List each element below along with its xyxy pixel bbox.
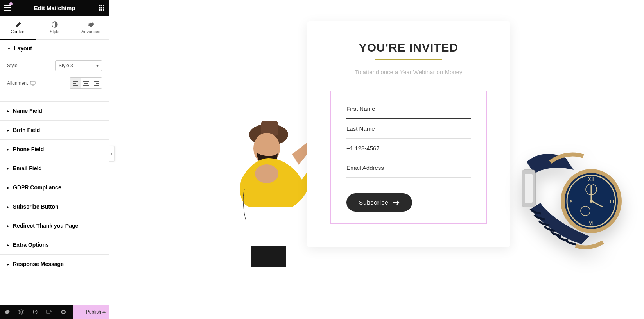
navigator-button[interactable] xyxy=(14,305,28,319)
svg-rect-2 xyxy=(103,5,104,6)
svg-rect-7 xyxy=(101,9,102,11)
align-right-button[interactable] xyxy=(91,78,102,88)
email-input[interactable] xyxy=(346,158,471,178)
svg-rect-11 xyxy=(46,310,50,313)
control-style-row: Style Style 3 ▾ xyxy=(0,57,109,74)
accordion-label: Response Message xyxy=(13,261,64,267)
svg-point-31 xyxy=(590,200,593,203)
tab-label: Advanced xyxy=(81,29,100,34)
tab-content[interactable]: Content xyxy=(0,16,36,39)
pencil-icon xyxy=(15,21,22,28)
svg-rect-1 xyxy=(101,5,102,6)
caret-right-icon: ▸ xyxy=(7,147,9,151)
accordion-label: Name Field xyxy=(13,108,42,114)
accordion-phone-field[interactable]: ▸Phone Field xyxy=(0,139,109,159)
accordion-label: GDPR Compliance xyxy=(13,184,61,191)
accordion-label: Phone Field xyxy=(13,146,44,152)
watch-illustration: XII III VI IX xyxy=(507,146,624,260)
caret-right-icon: ▸ xyxy=(7,166,9,171)
section-layout-header[interactable]: ▼ Layout xyxy=(0,40,109,57)
control-alignment-row: Alignment xyxy=(0,74,109,92)
svg-rect-19 xyxy=(525,174,533,203)
accordion-subscribe-button[interactable]: ▸Subscribe Button xyxy=(0,197,109,216)
grid-icon xyxy=(99,5,104,11)
form-title: YOU'RE INVITED xyxy=(330,41,487,54)
responsive-button[interactable] xyxy=(42,305,56,319)
settings-button[interactable] xyxy=(0,305,14,319)
editor-sidebar: Edit Mailchimp Content Style Advanced ▼ … xyxy=(0,0,109,319)
arrow-right-icon xyxy=(393,200,400,205)
preview-canvas[interactable]: YOU'RE INVITED To attend once a Year Web… xyxy=(109,0,644,319)
caret-right-icon: ▸ xyxy=(7,224,9,228)
caret-right-icon: ▸ xyxy=(7,205,9,209)
svg-text:IX: IX xyxy=(568,198,573,204)
svg-text:III: III xyxy=(610,198,614,204)
publish-label: Publish xyxy=(86,309,101,315)
caret-right-icon: ▸ xyxy=(7,185,9,190)
svg-text:XII: XII xyxy=(588,176,594,182)
accordion-redirect-page[interactable]: ▸Redirect Thank you Page xyxy=(0,216,109,235)
tab-advanced[interactable]: Advanced xyxy=(73,16,109,39)
panel-title: Edit Mailchimp xyxy=(16,5,93,11)
gear-icon xyxy=(4,309,10,315)
form-selection-outline[interactable]: Subscribe xyxy=(330,91,487,224)
publish-button[interactable]: Publish xyxy=(73,305,109,319)
svg-rect-0 xyxy=(99,5,100,6)
caret-right-icon: ▸ xyxy=(7,243,9,247)
accordion-label: Extra Options xyxy=(13,242,49,248)
svg-rect-8 xyxy=(103,9,104,11)
tab-label: Style xyxy=(50,29,59,34)
accordion-extra-options[interactable]: ▸Extra Options xyxy=(0,235,109,254)
layers-icon xyxy=(18,309,24,315)
caret-down-icon: ▼ xyxy=(7,46,11,51)
menu-button[interactable] xyxy=(0,0,16,16)
svg-rect-3 xyxy=(99,7,100,9)
svg-text:VI: VI xyxy=(589,220,594,226)
first-name-input[interactable] xyxy=(346,99,471,119)
accordion-label: Redirect Thank you Page xyxy=(13,223,78,229)
desktop-icon[interactable] xyxy=(30,81,36,86)
svg-rect-4 xyxy=(101,7,102,9)
accordion-response-message[interactable]: ▸Response Message xyxy=(0,254,109,273)
accordion-name-field[interactable]: ▸Name Field xyxy=(0,101,109,120)
svg-rect-6 xyxy=(99,9,100,11)
style-select[interactable]: Style 3 ▾ xyxy=(55,60,102,71)
phone-input[interactable] xyxy=(346,139,471,158)
svg-point-16 xyxy=(255,164,278,183)
gear-icon xyxy=(88,21,94,28)
accordion-gdpr-compliance[interactable]: ▸GDPR Compliance xyxy=(0,178,109,197)
subscribe-label: Subscribe xyxy=(359,199,389,206)
preview-button[interactable] xyxy=(56,305,70,319)
accordion-birth-field[interactable]: ▸Birth Field xyxy=(0,120,109,139)
history-button[interactable] xyxy=(28,305,42,319)
contrast-icon xyxy=(52,21,58,28)
align-center-button[interactable] xyxy=(81,78,91,88)
form-card: YOU'RE INVITED To attend once a Year Web… xyxy=(307,21,510,247)
active-tab-indicator xyxy=(0,39,36,40)
devices-icon xyxy=(46,310,52,314)
accordion-label: Subscribe Button xyxy=(13,203,59,210)
panel-header: Edit Mailchimp xyxy=(0,0,109,16)
align-left-icon xyxy=(73,81,78,86)
svg-rect-17 xyxy=(251,246,286,267)
subscribe-button[interactable]: Subscribe xyxy=(346,193,412,212)
caret-right-icon: ▸ xyxy=(7,262,9,266)
align-left-button[interactable] xyxy=(70,78,81,88)
title-underline xyxy=(375,59,442,60)
tab-style[interactable]: Style xyxy=(36,16,73,39)
notification-dot-icon xyxy=(9,2,13,5)
widgets-grid-button[interactable] xyxy=(93,0,109,16)
caret-right-icon: ▸ xyxy=(7,109,9,113)
accordion-email-field[interactable]: ▸Email Field xyxy=(0,159,109,178)
align-center-icon xyxy=(83,81,89,86)
svg-rect-10 xyxy=(30,81,35,84)
panel-footer: Publish xyxy=(0,305,109,319)
collapse-sidebar-button[interactable]: ‹ xyxy=(109,146,115,162)
panel-scroll[interactable]: ▼ Layout Style Style 3 ▾ Alignment xyxy=(0,40,109,305)
accordion-label: Email Field xyxy=(13,165,42,171)
hamburger-icon xyxy=(4,5,11,11)
last-name-input[interactable] xyxy=(346,119,471,139)
caret-right-icon: ▸ xyxy=(7,128,9,132)
chevron-down-icon: ▾ xyxy=(96,63,99,68)
control-label: Alignment xyxy=(7,80,70,86)
